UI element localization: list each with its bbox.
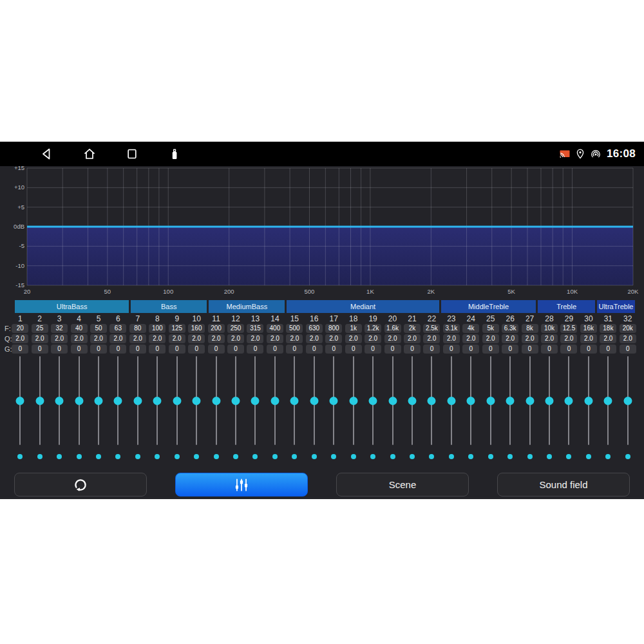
band-q-value[interactable]: 2.0 (169, 334, 185, 343)
band-q-value[interactable]: 2.0 (502, 334, 518, 343)
band-q-value[interactable]: 2.0 (600, 334, 616, 343)
band-q-value[interactable]: 2.0 (247, 334, 263, 343)
gain-slider[interactable] (147, 355, 167, 446)
band-q-value[interactable]: 2.0 (462, 334, 479, 343)
gain-slider-thumb[interactable] (388, 397, 397, 405)
gain-slider-thumb[interactable] (133, 397, 142, 405)
gain-slider[interactable] (442, 355, 461, 446)
gain-slider-thumb[interactable] (428, 397, 436, 405)
band-dot[interactable] (252, 454, 258, 459)
band-gain-value[interactable]: 0 (541, 345, 558, 354)
gain-slider-thumb[interactable] (565, 397, 573, 405)
band-dot[interactable] (468, 454, 473, 459)
gain-slider-track[interactable] (372, 356, 374, 445)
gain-slider-thumb[interactable] (349, 397, 357, 405)
gain-slider-track[interactable] (196, 356, 197, 445)
equalizer-button[interactable] (175, 473, 308, 497)
band-q-value[interactable]: 2.0 (90, 334, 107, 343)
gain-slider-track[interactable] (274, 356, 276, 445)
band-dot[interactable] (37, 454, 43, 459)
gain-slider-thumb[interactable] (545, 397, 554, 405)
gain-slider[interactable] (167, 355, 187, 446)
band-dot[interactable] (194, 454, 199, 459)
gain-slider-track[interactable] (137, 356, 138, 445)
gain-slider-thumb[interactable] (193, 397, 201, 405)
band-frequency-value[interactable]: 250 (227, 324, 244, 333)
gain-slider-track[interactable] (235, 356, 236, 445)
band-frequency-value[interactable]: 100 (149, 324, 166, 333)
band-q-value[interactable]: 2.0 (522, 334, 538, 343)
gain-slider-thumb[interactable] (212, 397, 220, 405)
gain-slider-thumb[interactable] (369, 397, 377, 405)
band-dot[interactable] (331, 454, 336, 459)
band-frequency-value[interactable]: 50 (90, 324, 107, 333)
band-dot[interactable] (96, 454, 101, 459)
band-q-value[interactable]: 2.0 (620, 334, 636, 343)
band-gain-value[interactable]: 0 (560, 345, 577, 354)
band-gain-value[interactable]: 0 (149, 345, 166, 354)
band-frequency-value[interactable]: 25 (32, 324, 48, 333)
gain-slider[interactable] (598, 355, 618, 446)
gain-slider[interactable] (10, 355, 30, 446)
gain-slider-thumb[interactable] (604, 397, 612, 405)
gain-slider-track[interactable] (627, 356, 629, 445)
band-frequency-value[interactable]: 20k (620, 324, 636, 333)
band-dot[interactable] (507, 454, 513, 459)
gain-slider[interactable] (579, 355, 598, 446)
band-dot[interactable] (370, 454, 375, 459)
gain-slider[interactable] (69, 355, 88, 446)
band-dot[interactable] (351, 454, 356, 459)
band-dot[interactable] (566, 454, 571, 459)
gain-slider[interactable] (500, 355, 520, 446)
band-gain-value[interactable]: 0 (109, 345, 126, 354)
gain-slider-track[interactable] (59, 356, 60, 445)
gain-slider-track[interactable] (314, 356, 315, 445)
gain-slider[interactable] (481, 355, 500, 446)
gain-slider-track[interactable] (98, 356, 99, 445)
band-dot[interactable] (17, 454, 23, 459)
band-gain-value[interactable]: 0 (502, 345, 518, 354)
gain-slider[interactable] (363, 355, 383, 446)
band-group-mediumbass[interactable]: MediumBass (209, 300, 285, 313)
gain-slider[interactable] (402, 355, 422, 446)
band-frequency-value[interactable]: 2.5k (423, 324, 440, 333)
band-frequency-value[interactable]: 32 (51, 324, 68, 333)
gain-slider[interactable] (108, 355, 128, 446)
reset-button[interactable] (14, 473, 147, 497)
gain-slider-track[interactable] (392, 356, 393, 445)
band-frequency-value[interactable]: 5k (482, 324, 499, 333)
band-dot[interactable] (488, 454, 493, 459)
band-gain-value[interactable]: 0 (12, 345, 28, 354)
band-gain-value[interactable]: 0 (443, 345, 460, 354)
band-frequency-value[interactable]: 400 (267, 324, 283, 333)
band-frequency-value[interactable]: 800 (325, 324, 342, 333)
band-dot[interactable] (410, 454, 415, 459)
band-frequency-value[interactable]: 3.1k (443, 324, 460, 333)
band-dot[interactable] (586, 454, 591, 459)
gain-slider-track[interactable] (156, 356, 158, 445)
band-q-value[interactable]: 2.0 (560, 334, 577, 343)
band-frequency-value[interactable]: 125 (169, 324, 185, 333)
gain-slider-thumb[interactable] (75, 397, 83, 405)
gain-slider-track[interactable] (254, 356, 256, 445)
gain-slider-track[interactable] (216, 356, 217, 445)
band-frequency-value[interactable]: 315 (247, 324, 263, 333)
gain-slider[interactable] (422, 355, 441, 446)
band-frequency-value[interactable]: 1k (345, 324, 362, 333)
gain-slider-thumb[interactable] (35, 397, 44, 405)
gain-slider[interactable] (226, 355, 245, 446)
gain-slider-thumb[interactable] (55, 397, 64, 405)
gain-slider[interactable] (461, 355, 480, 446)
band-frequency-value[interactable]: 6.3k (502, 324, 518, 333)
band-frequency-value[interactable]: 20 (12, 324, 28, 333)
gain-slider-thumb[interactable] (153, 397, 162, 405)
gain-slider[interactable] (343, 355, 363, 446)
band-gain-value[interactable]: 0 (306, 345, 323, 354)
band-dot[interactable] (272, 454, 278, 459)
band-q-value[interactable]: 2.0 (345, 334, 362, 343)
gain-slider-track[interactable] (568, 356, 569, 445)
gain-slider[interactable] (540, 355, 559, 446)
band-q-value[interactable]: 2.0 (306, 334, 323, 343)
gain-slider[interactable] (50, 355, 69, 446)
band-q-value[interactable]: 2.0 (325, 334, 342, 343)
